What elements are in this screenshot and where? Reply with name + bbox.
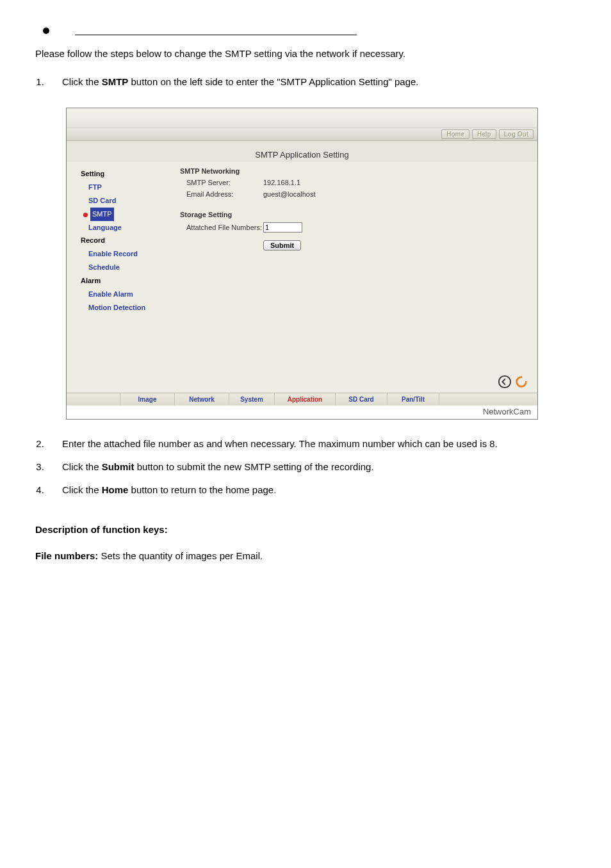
home-button[interactable]: Home	[441, 129, 469, 139]
description-heading: Description of function keys:	[35, 524, 576, 535]
smtp-server-label: SMTP Server:	[180, 179, 263, 186]
tabs-end	[439, 393, 537, 405]
file-number-row: Attatched File Numbers:	[180, 222, 531, 233]
sidebar-enable-record[interactable]: Enable Record	[88, 247, 180, 261]
step3-bold: Submit	[102, 461, 134, 472]
help-button[interactable]: Help	[472, 129, 496, 139]
step2-text: Enter the attached file number as and wh…	[62, 438, 498, 449]
step1-post: button on the left side to enter the "SM…	[128, 76, 418, 87]
sidebar-schedule[interactable]: Schedule	[88, 261, 180, 274]
sidebar-smtp-wrap[interactable]: SMTP	[83, 208, 180, 221]
step-1: Click the SMTP button on the left side t…	[47, 70, 576, 94]
app-screenshot: Home Help Log Out SMTP Application Setti…	[66, 108, 538, 420]
tab-pantilt[interactable]: Pan/Tilt	[387, 393, 439, 405]
email-row: Email Address: guest@localhost	[180, 190, 531, 198]
email-value: guest@localhost	[263, 190, 316, 198]
tab-image[interactable]: Image	[120, 393, 175, 405]
step4-pre: Click the	[62, 484, 102, 495]
tab-sdcard[interactable]: SD Card	[336, 393, 387, 405]
sidebar: Setting FTP SD Card SMTP Language Record…	[67, 162, 180, 393]
storage-setting-heading: Storage Setting	[180, 211, 531, 218]
step-3: Click the Submit button to submit the ne…	[47, 455, 576, 479]
tabs-spacer	[67, 393, 120, 405]
file-numbers-description: File numbers: Sets the quantity of image…	[35, 546, 576, 566]
file-numbers-text: Sets the quantity of images per Email.	[98, 550, 263, 561]
content-area: Setting FTP SD Card SMTP Language Record…	[67, 162, 537, 393]
file-number-label: Attatched File Numbers:	[180, 223, 263, 232]
submit-button[interactable]: Submit	[263, 240, 301, 250]
screenshot-top-spacer	[67, 108, 537, 127]
intro-text: Please follow the steps below to change …	[35, 48, 576, 59]
tab-system[interactable]: System	[229, 393, 275, 405]
top-button-bar: Home Help Log Out	[67, 127, 537, 141]
svg-point-0	[499, 376, 510, 388]
bullet-dot-icon	[43, 28, 49, 34]
step4-post: button to return to the home page.	[128, 484, 276, 495]
sidebar-alarm: Alarm	[81, 274, 180, 288]
active-dot-icon	[83, 213, 88, 217]
step4-bold: Home	[102, 484, 129, 495]
step3-pre: Click the	[62, 461, 102, 472]
refresh-icon[interactable]	[514, 375, 528, 389]
file-numbers-label: File numbers:	[35, 550, 98, 561]
file-number-input[interactable]	[263, 222, 302, 233]
bottom-tabs: Image Network System Application SD Card…	[67, 393, 537, 405]
smtp-networking-heading: SMTP Networking	[180, 167, 531, 175]
page-title: SMTP Application Setting	[67, 141, 537, 162]
sidebar-record: Record	[81, 234, 180, 247]
tab-network[interactable]: Network	[175, 393, 229, 405]
sidebar-language[interactable]: Language	[88, 221, 180, 234]
email-label: Email Address:	[180, 190, 263, 198]
corner-icons	[498, 375, 528, 389]
main-panel: SMTP Networking SMTP Server: 192.168.1.1…	[180, 162, 537, 393]
step-2: Enter the attached file number as and wh…	[47, 432, 576, 455]
sidebar-ftp[interactable]: FTP	[88, 181, 180, 194]
step3-post: button to submit the new SMTP setting of…	[134, 461, 374, 472]
sidebar-enable-alarm[interactable]: Enable Alarm	[88, 288, 180, 301]
bullet-heading	[43, 26, 576, 35]
sidebar-setting: Setting	[81, 167, 180, 181]
step-4: Click the Home button to return to the h…	[47, 479, 576, 502]
smtp-server-value: 192.168.1.1	[263, 179, 300, 186]
step1-pre: Click the	[62, 76, 102, 87]
heading-underline	[75, 26, 357, 35]
sidebar-motion[interactable]: Motion Detection	[88, 301, 180, 315]
tab-application[interactable]: Application	[275, 393, 336, 405]
back-arrow-icon[interactable]	[498, 375, 512, 389]
sidebar-sdcard[interactable]: SD Card	[88, 194, 180, 208]
smtp-server-row: SMTP Server: 192.168.1.1	[180, 179, 531, 186]
sidebar-smtp: SMTP	[90, 208, 114, 221]
logout-button[interactable]: Log Out	[499, 129, 534, 139]
brand-label: NetworkCam	[67, 405, 537, 419]
step1-bold: SMTP	[102, 76, 129, 87]
